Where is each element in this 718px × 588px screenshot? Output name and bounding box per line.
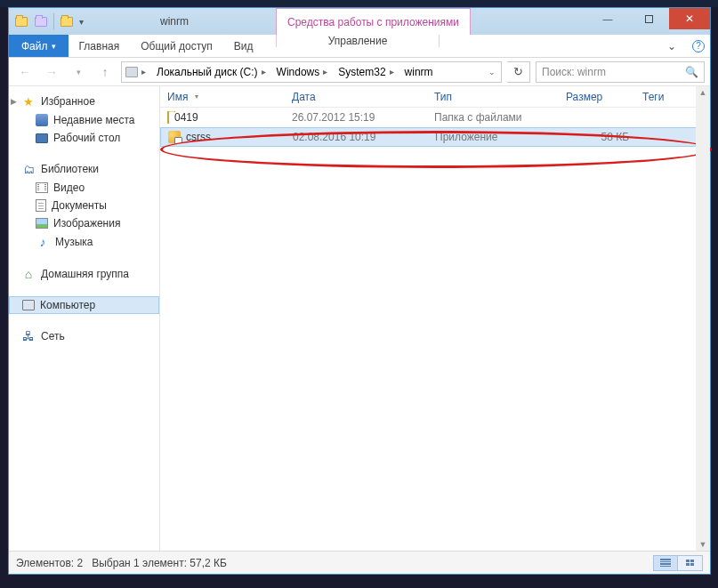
nav-group-computer: Компьютер [9, 296, 159, 314]
file-row-app[interactable]: csrss 02.08.2016 10:19 Приложение 58 КБ [160, 127, 710, 147]
help-icon[interactable]: ? [692, 40, 705, 52]
picture-icon [36, 218, 48, 229]
col-label: Размер [566, 91, 602, 103]
scroll-up-icon[interactable]: ▲ [699, 88, 707, 97]
nav-group-libraries: 🗂 Библиотеки Видео Документы Изображения… [9, 159, 159, 252]
tab-share[interactable]: Общий доступ [130, 35, 223, 57]
explorer-window: ▾ winrm Средства работы с приложениями —… [8, 7, 711, 575]
qat-overflow-icon[interactable]: ▾ [79, 17, 84, 27]
drive-icon [125, 67, 138, 77]
view-icons-button[interactable] [678, 555, 703, 571]
chevron-down-icon: ▾ [77, 68, 81, 77]
recent-places-icon [36, 114, 48, 126]
breadcrumb-seg-3[interactable]: winrm [401, 62, 439, 82]
minimize-button[interactable]: — [587, 8, 628, 29]
vertical-scrollbar[interactable]: ▲ ▼ [696, 86, 710, 551]
nav-label: Избранное [41, 95, 95, 108]
contextual-tab-header: Средства работы с приложениями [276, 8, 471, 35]
window-body: ▶ ★ Избранное Недавние места Рабочий сто… [9, 86, 710, 551]
desktop-icon [36, 133, 48, 143]
nav-libraries-header[interactable]: 🗂 Библиотеки [9, 159, 159, 179]
title-bar[interactable]: ▾ winrm Средства работы с приложениями —… [9, 8, 710, 35]
chevron-right-icon[interactable]: ▸ [388, 67, 396, 77]
qat-new-folder-icon[interactable] [60, 14, 74, 28]
navigation-pane[interactable]: ▶ ★ Избранное Недавние места Рабочий сто… [9, 86, 160, 551]
breadcrumb-seg-2[interactable]: System32▸ [335, 62, 400, 82]
nav-label: Видео [53, 181, 85, 194]
nav-label: Музыка [55, 236, 93, 248]
search-input[interactable]: Поиск: winrm 🔍 [536, 61, 705, 83]
scroll-down-icon[interactable]: ▼ [699, 540, 707, 549]
expand-ribbon-icon[interactable]: ⌄ [666, 40, 678, 52]
address-breadcrumb[interactable]: ▸ Локальный диск (C:)▸ Windows▸ System32… [121, 61, 502, 83]
window-title: winrm [160, 15, 189, 28]
homegroup-icon: ⌂ [21, 267, 36, 281]
breadcrumb-dropdown[interactable]: ⌄ [485, 62, 501, 82]
nav-up-button[interactable]: ↑ [94, 61, 116, 83]
breadcrumb-seg-1[interactable]: Windows▸ [273, 62, 335, 82]
nav-label: Документы [52, 199, 107, 212]
tab-label: Управление [328, 35, 388, 47]
status-bar: Элементов: 2 Выбран 1 элемент: 57,2 КБ [9, 551, 710, 574]
nav-desktop[interactable]: Рабочий стол [9, 129, 159, 147]
nav-favorites-header[interactable]: ▶ ★ Избранное [9, 92, 159, 111]
arrow-right-icon: → [45, 65, 58, 79]
nav-group-network: 🖧 Сеть [9, 326, 159, 346]
network-icon: 🖧 [21, 329, 36, 343]
tab-manage[interactable]: Управление [276, 35, 440, 47]
col-header-name[interactable]: Имя▾ [160, 91, 285, 103]
search-placeholder: Поиск: winrm [542, 66, 606, 78]
chevron-right-icon[interactable]: ▸ [260, 67, 268, 77]
libraries-icon: 🗂 [21, 162, 36, 176]
tab-home[interactable]: Главная [69, 35, 131, 57]
minimize-icon: — [603, 13, 613, 24]
document-icon [36, 199, 46, 212]
close-icon: ✕ [685, 12, 694, 25]
nav-computer[interactable]: Компьютер [9, 296, 159, 314]
arrow-left-icon: ← [19, 65, 31, 79]
file-size: 58 КБ [560, 131, 636, 143]
file-row-folder[interactable]: 0419 26.07.2012 15:19 Папка с файлами [160, 108, 710, 127]
chevron-right-icon[interactable]: ▸ [140, 67, 148, 77]
nav-group-homegroup: ⌂ Домашняя группа [9, 264, 159, 284]
nav-music[interactable]: ♪Музыка [9, 232, 159, 252]
nav-history-dropdown[interactable]: ▾ [68, 61, 89, 83]
nav-videos[interactable]: Видео [9, 179, 159, 197]
refresh-button[interactable]: ↻ [507, 61, 530, 83]
computer-icon [22, 300, 35, 310]
nav-recent-places[interactable]: Недавние места [9, 111, 159, 129]
view-details-button[interactable] [653, 555, 678, 571]
col-header-type[interactable]: Тип [427, 91, 559, 103]
col-header-date[interactable]: Дата [285, 91, 427, 103]
breadcrumb-seg-0[interactable]: Локальный диск (C:)▸ [153, 62, 273, 82]
status-item-count: Элементов: 2 [16, 557, 83, 569]
address-bar-row: ← → ▾ ↑ ▸ Локальный диск (C:)▸ Windows▸ … [9, 58, 710, 86]
nav-network[interactable]: 🖧 Сеть [9, 326, 159, 346]
collapse-icon[interactable]: ▶ [11, 97, 17, 106]
nav-forward-button[interactable]: → [41, 61, 62, 83]
app-folder-icon [14, 14, 28, 28]
search-icon: 🔍 [685, 66, 698, 78]
nav-label: Сеть [41, 330, 65, 342]
nav-pictures[interactable]: Изображения [9, 214, 159, 232]
breadcrumb-root[interactable]: ▸ [122, 62, 153, 82]
file-rows[interactable]: 0419 26.07.2012 15:19 Папка с файлами cs… [160, 108, 710, 551]
nav-documents[interactable]: Документы [9, 197, 159, 214]
close-button[interactable]: ✕ [669, 8, 710, 29]
refresh-icon: ↻ [513, 65, 523, 78]
col-header-size[interactable]: Размер [559, 91, 635, 103]
status-selection: Выбран 1 элемент: 57,2 КБ [92, 557, 227, 569]
application-icon [168, 131, 181, 143]
nav-back-button[interactable]: ← [14, 61, 36, 83]
quick-access-toolbar: ▾ [9, 13, 84, 29]
file-tab[interactable]: Файл ▾ [9, 35, 69, 57]
chevron-right-icon[interactable]: ▸ [321, 67, 329, 77]
tab-view[interactable]: Вид [223, 35, 264, 57]
qat-properties-icon[interactable] [34, 14, 48, 28]
details-view-icon [660, 559, 671, 567]
ribbon-controls: ⌄ ? [666, 35, 705, 58]
file-type: Папка с файлами [427, 111, 559, 124]
maximize-button[interactable] [628, 8, 669, 29]
ribbon-tabs: Файл ▾ Главная Общий доступ Вид Управлен… [9, 35, 710, 58]
nav-homegroup[interactable]: ⌂ Домашняя группа [9, 264, 159, 284]
